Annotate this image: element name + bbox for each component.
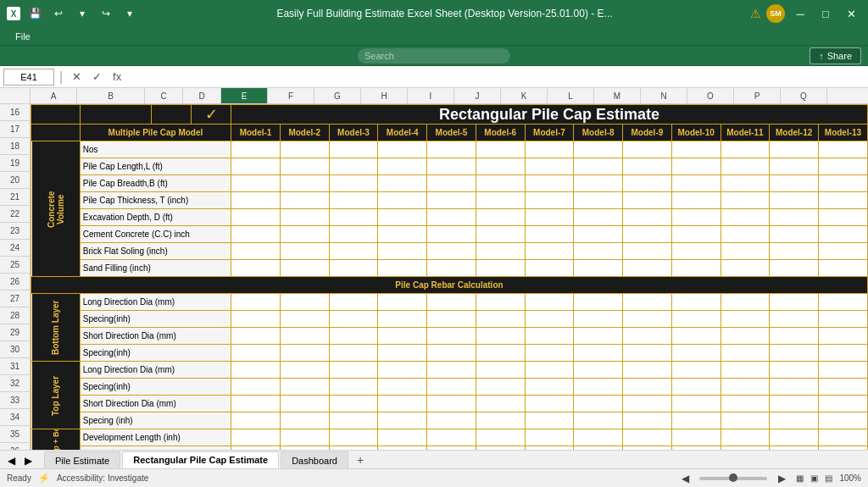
brick-flat-label[interactable]: Brick Flat Soling (inch) [80, 243, 231, 260]
row-28[interactable]: 28 [0, 307, 30, 324]
cell-c16[interactable] [151, 105, 191, 125]
multiple-pile-header[interactable]: Multiple Pile Cap Model [80, 125, 231, 141]
pile-cap-thickness-label[interactable]: Pile Cap Thickness, T (inch) [80, 192, 231, 209]
row-26[interactable]: 26 [0, 274, 30, 291]
model11-header[interactable]: Model-11 [721, 125, 770, 141]
model5-header[interactable]: Model-5 [427, 125, 476, 141]
undo-btn[interactable]: ↩ [49, 4, 68, 23]
cell-d16[interactable]: ✓ [191, 105, 231, 125]
col-o[interactable]: O [687, 88, 734, 103]
col-n[interactable]: N [641, 88, 687, 103]
row-16[interactable]: 16 [0, 104, 30, 121]
pile-cap-length-label[interactable]: Pile Cap Length,L (ft) [80, 158, 231, 175]
pile-cap-breadth-label[interactable]: Pile Cap Breadth,B (ft) [80, 175, 231, 192]
col-i[interactable]: I [408, 88, 454, 103]
col-c[interactable]: C [145, 88, 183, 103]
cement-concrete-label[interactable]: Cement Concrete (C.C) inch [80, 226, 231, 243]
data-cell[interactable] [231, 141, 281, 158]
row-30[interactable]: 30 [0, 341, 30, 358]
model3-header[interactable]: Model-3 [329, 125, 378, 141]
model8-header[interactable]: Model-8 [574, 125, 623, 141]
col-l[interactable]: L [548, 88, 594, 103]
col-a[interactable]: A [31, 88, 77, 103]
cell-b16[interactable] [80, 105, 151, 125]
clear-cover-label[interactable]: Clear Cover (inh) [80, 446, 231, 451]
col-q[interactable]: Q [781, 88, 827, 103]
col-h[interactable]: H [361, 88, 408, 103]
row-17[interactable]: 17 [0, 121, 30, 138]
file-menu[interactable]: File [10, 30, 36, 43]
col-j[interactable]: J [454, 88, 501, 103]
col-m[interactable]: M [594, 88, 641, 103]
row-20[interactable]: 20 [0, 172, 30, 189]
formula-input[interactable] [129, 69, 865, 86]
row-34[interactable]: 34 [0, 409, 30, 426]
nav-left-btn[interactable]: ◀ [677, 471, 693, 486]
short-dir-dia-bot-label[interactable]: Short Direction Dia (mm) [80, 328, 231, 345]
search-input[interactable] [358, 48, 510, 64]
row-23[interactable]: 23 [0, 223, 30, 240]
model4-header[interactable]: Model-4 [378, 125, 427, 141]
long-dir-dia-top-label[interactable]: Long Direction Dia (mm) [80, 362, 231, 379]
col-d[interactable]: D [183, 88, 221, 103]
scroll-right-tab[interactable]: ▶ [20, 453, 36, 468]
specing-top-label[interactable]: Specing(inh) [80, 379, 231, 396]
row-32[interactable]: 32 [0, 375, 30, 392]
col-f[interactable]: F [268, 88, 314, 103]
row-18[interactable]: 18 [0, 138, 30, 155]
short-dir-dia-top-label[interactable]: Short Direction Dia (mm) [80, 396, 231, 412]
scroll-left-tab[interactable]: ◀ [3, 453, 19, 468]
col-k[interactable]: K [501, 88, 548, 103]
model9-header[interactable]: Model-9 [623, 125, 672, 141]
view-normal-btn[interactable]: ▦ [796, 473, 804, 483]
model1-header[interactable]: Model-1 [231, 125, 281, 141]
user-avatar[interactable]: SM [766, 4, 785, 23]
row-35[interactable]: 35 [0, 426, 30, 443]
model7-header[interactable]: Model-7 [525, 125, 574, 141]
row-22[interactable]: 22 [0, 206, 30, 223]
row-19[interactable]: 19 [0, 155, 30, 172]
restore-btn[interactable]: □ [815, 3, 836, 24]
formula-cancel[interactable]: ✕ [68, 69, 85, 86]
col-b[interactable]: B [77, 88, 145, 103]
tab-pile-estimate[interactable]: Pile Estimate [44, 451, 120, 468]
model10-header[interactable]: Model-10 [671, 125, 721, 141]
specing-bot-label[interactable]: Specing(inh) [80, 311, 231, 328]
col-p[interactable]: P [734, 88, 781, 103]
row-31[interactable]: 31 [0, 358, 30, 375]
row-24[interactable]: 24 [0, 240, 30, 257]
excavation-depth-label[interactable]: Excavation Depth, D (ft) [80, 209, 231, 226]
specing2-top-label[interactable]: Specing (inh) [80, 412, 231, 429]
sand-filling-label[interactable]: Sand Filling (inch) [80, 260, 231, 277]
customize-btn[interactable]: ▾ [120, 4, 139, 23]
view-preview-btn[interactable]: ▤ [825, 473, 832, 483]
tab-dashboard[interactable]: Dashboard [281, 451, 348, 468]
view-page-btn[interactable]: ▣ [810, 473, 818, 483]
redo-btn[interactable]: ↪ [97, 4, 115, 23]
specing2-bot-label[interactable]: Specing(inh) [80, 345, 231, 362]
add-sheet-btn[interactable]: + [350, 451, 370, 468]
col-e[interactable]: E [221, 88, 268, 103]
minimize-btn[interactable]: ─ [790, 3, 810, 24]
nos-label[interactable]: Nos [80, 141, 231, 158]
row-21[interactable]: 21 [0, 189, 30, 206]
col-g[interactable]: G [314, 88, 361, 103]
close-btn[interactable]: ✕ [841, 3, 861, 24]
row-36[interactable]: 36 [0, 443, 30, 450]
cell-reference[interactable] [3, 69, 54, 86]
undo-dropdown[interactable]: ▾ [73, 4, 92, 23]
row-25[interactable]: 25 [0, 257, 30, 274]
row-29[interactable]: 29 [0, 324, 30, 341]
title-cell[interactable]: Rectangular Pile Cap Estimate [231, 105, 868, 125]
zoom-slider[interactable] [699, 477, 767, 480]
model13-header[interactable]: Model-13 [818, 125, 867, 141]
cell-a17[interactable] [31, 125, 81, 141]
development-length-label[interactable]: Development Length (inh) [80, 429, 231, 446]
fx-button[interactable]: fx [108, 69, 125, 86]
rebar-section-header[interactable]: Pile Cap Rebar Calculation [31, 277, 868, 294]
model12-header[interactable]: Model-12 [770, 125, 819, 141]
tab-rectangular-pile[interactable]: Rectangular Pile Cap Estimate [122, 451, 279, 468]
formula-confirm[interactable]: ✓ [88, 69, 105, 86]
long-dir-dia-bot-label[interactable]: Long Direction Dia (mm) [80, 294, 231, 311]
nav-right-btn[interactable]: ▶ [774, 471, 789, 486]
